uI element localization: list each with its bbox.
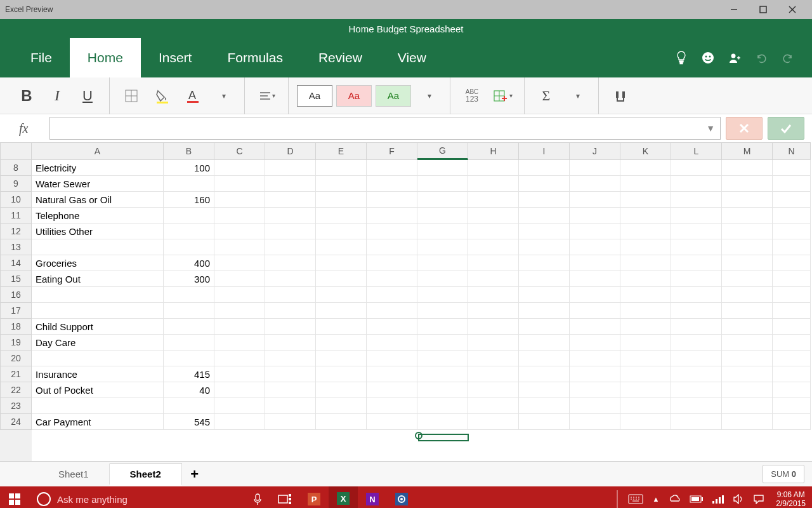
cell[interactable] [367,208,417,224]
volume-icon[interactable] [733,494,744,504]
borders-button[interactable] [116,83,147,109]
cell[interactable] [773,224,811,239]
cell[interactable] [367,271,417,287]
cell[interactable] [570,398,620,414]
font-color-button[interactable]: A [177,83,207,109]
cell[interactable] [570,192,620,208]
cell[interactable] [570,208,620,224]
row-header[interactable]: 23 [0,398,32,414]
row-header[interactable]: 17 [0,303,32,319]
fill-color-button[interactable] [147,83,177,109]
cell[interactable] [519,335,570,351]
cell[interactable]: Insurance [32,366,164,382]
cell[interactable] [671,239,722,255]
cell[interactable] [316,208,367,224]
cell[interactable] [722,398,773,414]
cell[interactable] [722,192,773,208]
start-button[interactable] [0,486,29,508]
cell[interactable] [671,398,722,414]
cell[interactable] [519,398,570,414]
cell[interactable] [214,239,265,255]
taskbar-app-powerpoint[interactable]: P [299,486,329,508]
cell[interactable] [519,239,570,255]
row-header[interactable]: 10 [0,192,32,208]
cell[interactable]: 300 [164,271,214,287]
cell[interactable]: 100 [164,160,214,176]
cell[interactable] [265,319,316,335]
row-header[interactable]: 8 [0,160,32,176]
cell[interactable] [164,176,214,192]
cell[interactable] [417,303,468,319]
cell[interactable] [316,414,367,430]
cell[interactable] [32,398,164,414]
cell[interactable] [214,319,265,335]
cell[interactable] [671,176,722,192]
cell[interactable] [417,335,468,351]
cell[interactable] [417,398,468,414]
cell[interactable] [671,224,722,239]
column-header-K[interactable]: K [620,142,671,160]
cell[interactable] [316,287,367,303]
cell[interactable] [519,160,570,176]
cell[interactable]: Eating Out [32,271,164,287]
cell[interactable] [367,160,417,176]
cell[interactable] [164,335,214,351]
cell[interactable] [316,176,367,192]
keyboard-icon[interactable] [628,494,643,504]
cell[interactable] [214,208,265,224]
cell[interactable] [620,239,671,255]
cell[interactable] [468,160,519,176]
tab-file[interactable]: File [13,38,70,77]
cell[interactable] [164,319,214,335]
cell[interactable] [773,319,811,335]
cell[interactable]: Day Care [32,335,164,351]
cell[interactable] [265,335,316,351]
cell[interactable] [773,271,811,287]
row-header[interactable]: 14 [0,255,32,271]
cell[interactable] [671,414,722,430]
cell[interactable] [417,255,468,271]
cell[interactable] [519,255,570,271]
cell[interactable] [214,414,265,430]
sheet-tab-2[interactable]: Sheet2 [110,463,182,486]
onedrive-icon[interactable] [668,495,681,504]
cell[interactable] [316,351,367,366]
formula-dropdown-icon[interactable]: ▼ [706,123,715,133]
cell[interactable] [519,287,570,303]
cell[interactable] [265,271,316,287]
cell[interactable]: 545 [164,414,214,430]
cell[interactable] [367,366,417,382]
row-header[interactable]: 13 [0,239,32,255]
cell[interactable] [265,160,316,176]
cell[interactable] [468,319,519,335]
cell[interactable] [519,192,570,208]
cell[interactable] [519,414,570,430]
cell[interactable] [417,287,468,303]
cell[interactable] [671,319,722,335]
cell[interactable] [773,303,811,319]
cell[interactable] [214,271,265,287]
column-header-N[interactable]: N [773,142,811,160]
bold-button[interactable]: B [11,83,42,109]
cell[interactable] [316,239,367,255]
row-header[interactable]: 18 [0,319,32,335]
cell[interactable] [620,303,671,319]
cell[interactable] [316,224,367,239]
autosum-dropdown[interactable] [561,83,592,109]
cell[interactable] [316,335,367,351]
cell[interactable] [620,398,671,414]
cell[interactable] [620,319,671,335]
cell[interactable]: Car Payment [32,414,164,430]
cell[interactable] [367,239,417,255]
cell[interactable] [32,239,164,255]
cell[interactable] [316,382,367,398]
row-header[interactable]: 11 [0,208,32,224]
cell[interactable] [367,255,417,271]
cell[interactable] [519,224,570,239]
cell[interactable] [32,303,164,319]
cell[interactable] [214,398,265,414]
cell[interactable] [570,271,620,287]
cell[interactable] [519,382,570,398]
cell[interactable] [671,192,722,208]
taskbar-app-onenote[interactable]: N [358,486,387,508]
